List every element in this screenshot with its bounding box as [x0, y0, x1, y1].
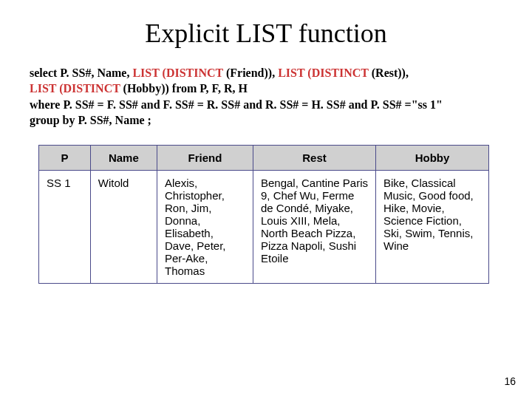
cell-friend: Alexis, Christopher, Ron, Jim, Donna, El… — [157, 170, 253, 283]
column-header-hobby: Hobby — [376, 145, 489, 170]
query-text: (Friend)), — [223, 66, 278, 79]
slide: Explicit LIST function select P. SS#, Na… — [0, 0, 532, 399]
query-highlight: LIST (DISTINCT — [132, 66, 223, 79]
sql-query-block: select P. SS#, Name, LIST (DISTINCT (Fri… — [30, 65, 502, 129]
result-table: P Name Friend Rest Hobby SS 1 Witold Ale… — [38, 145, 489, 284]
cell-rest: Bengal, Cantine Paris 9, Chef Wu, Ferme … — [253, 170, 375, 283]
query-text: (Rest)), — [369, 66, 409, 79]
query-text: group by P. SS#, Name ; — [30, 114, 151, 126]
query-text: (Hobby)) from P, F, R, H — [120, 82, 248, 95]
cell-p: SS 1 — [39, 170, 91, 283]
query-text: select P. SS#, Name, — [30, 66, 132, 79]
query-text: where P. SS# = F. SS# and F. SS# = R. SS… — [30, 98, 443, 111]
column-header-friend: Friend — [157, 145, 253, 170]
query-highlight: LIST (DISTINCT — [278, 66, 369, 79]
column-header-name: Name — [90, 145, 157, 170]
cell-hobby: Bike, Classical Music, Good food, Hike, … — [376, 170, 489, 283]
column-header-p: P — [39, 145, 91, 170]
slide-title: Explicit LIST function — [30, 18, 502, 49]
column-header-rest: Rest — [253, 145, 375, 170]
query-highlight: LIST (DISTINCT — [30, 82, 120, 95]
table-header-row: P Name Friend Rest Hobby — [39, 145, 489, 170]
page-number: 16 — [504, 375, 516, 387]
table-row: SS 1 Witold Alexis, Christopher, Ron, Ji… — [39, 170, 489, 283]
cell-name: Witold — [90, 170, 157, 283]
